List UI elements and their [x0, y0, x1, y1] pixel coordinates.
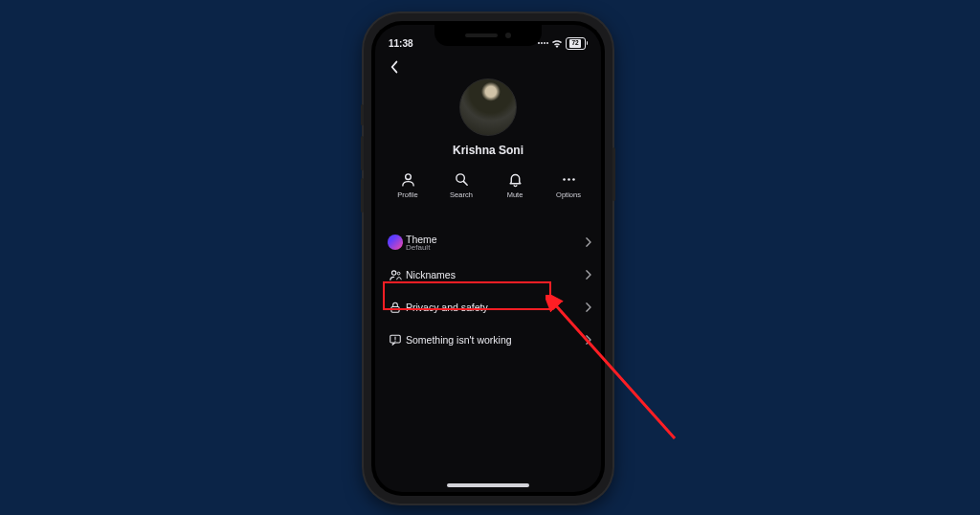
wifi-icon [551, 39, 563, 48]
svg-point-2 [563, 178, 566, 181]
back-button[interactable] [385, 57, 404, 77]
row-label: Something isn't working [406, 334, 576, 346]
report-icon [385, 333, 406, 347]
row-privacy-safety[interactable]: Privacy and safety [385, 291, 591, 324]
chevron-right-icon [576, 270, 591, 280]
settings-list: Theme Default Nicknames [385, 226, 591, 356]
phone-side-button [361, 136, 364, 170]
phone-screen: 11:38 72 [375, 25, 601, 492]
chevron-right-icon [576, 335, 591, 345]
theme-swatch-icon [385, 235, 406, 250]
svg-point-5 [391, 270, 395, 274]
row-something-not-working[interactable]: Something isn't working [385, 324, 591, 356]
action-mute[interactable]: Mute [496, 170, 534, 199]
phone-side-button [361, 104, 364, 125]
svg-point-6 [397, 272, 400, 275]
status-time: 11:38 [389, 38, 413, 49]
status-bar: 11:38 72 [375, 25, 601, 56]
phone-frame: 11:38 72 [364, 13, 612, 504]
row-theme[interactable]: Theme Default [385, 226, 591, 258]
chevron-right-icon [576, 237, 591, 247]
phone-side-button [361, 178, 364, 213]
chevron-right-icon [576, 302, 591, 312]
svg-point-3 [568, 178, 570, 181]
svg-point-0 [405, 173, 411, 179]
person-icon [399, 170, 416, 188]
row-label: Privacy and safety [406, 302, 576, 313]
row-nicknames[interactable]: Nicknames [385, 258, 591, 291]
bell-icon [506, 170, 523, 188]
action-options[interactable]: Options [549, 170, 588, 199]
cellular-dots-icon [538, 42, 548, 44]
header [375, 54, 601, 80]
lock-icon [385, 301, 406, 314]
svg-point-9 [394, 341, 395, 342]
svg-point-4 [572, 178, 575, 181]
more-icon [560, 170, 577, 188]
svg-point-1 [456, 173, 464, 182]
page-stage: 11:38 72 [0, 0, 980, 515]
home-indicator[interactable] [447, 483, 529, 487]
action-search[interactable]: Search [442, 170, 480, 199]
action-label: Options [556, 190, 581, 199]
status-right: 72 [538, 37, 589, 50]
row-sublabel: Default [406, 243, 576, 252]
phone-side-button [612, 147, 615, 201]
action-label: Mute [507, 190, 523, 199]
profile-name: Krishna Soni [453, 144, 523, 157]
quick-actions: Profile Search Mute [375, 170, 601, 199]
phone-bezel: 11:38 72 [371, 21, 605, 496]
nickname-icon [385, 268, 406, 282]
search-icon [453, 170, 470, 188]
profile-section: Krishna Soni [375, 78, 601, 157]
battery-icon: 72 [566, 37, 589, 50]
avatar[interactable] [459, 78, 517, 136]
chevron-left-icon [389, 60, 400, 74]
svg-rect-7 [391, 306, 399, 312]
action-label: Profile [397, 190, 417, 199]
action-profile[interactable]: Profile [389, 170, 427, 199]
action-label: Search [450, 190, 473, 199]
row-label: Nicknames [406, 269, 576, 280]
